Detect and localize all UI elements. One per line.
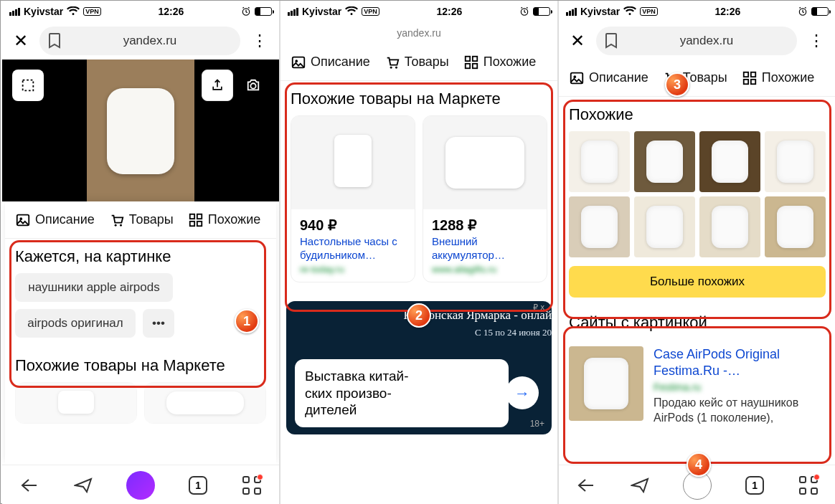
svg-rect-8 — [197, 214, 202, 218]
callout-2: 2 — [407, 303, 431, 328]
product-card[interactable] — [144, 382, 266, 424]
result-tabs: Описание Товары Похожие — [559, 60, 835, 97]
share-button[interactable] — [202, 70, 233, 101]
stage: Kyivstar VPN 12:26 ✕ yandex.ru ⋮ — [0, 0, 835, 504]
product-card[interactable]: 940 ₽ Настольные часы с будильником… re-… — [291, 115, 415, 282]
similar-image[interactable] — [569, 131, 630, 192]
mini-url-bar[interactable]: yandex.ru — [280, 22, 557, 44]
back-button[interactable] — [19, 475, 40, 496]
product-name: Настольные часы с будильником… — [291, 235, 415, 264]
tabs-count: 1 — [195, 480, 201, 491]
battery-icon — [533, 7, 550, 16]
tabs-button[interactable]: 1 — [744, 475, 765, 496]
product-image — [291, 116, 415, 209]
svg-point-22 — [573, 75, 576, 78]
tabs-button[interactable]: 1 — [187, 475, 209, 496]
battery-icon — [255, 7, 272, 16]
svg-rect-27 — [744, 79, 748, 83]
url-text: yandex.ru — [625, 34, 788, 48]
result-tabs: Описание Товары Похожие — [5, 201, 276, 239]
tab-similar[interactable]: Похожие — [463, 54, 536, 70]
tabs-count: 1 — [752, 480, 758, 491]
image-search-stage — [2, 60, 279, 201]
more-similar-button[interactable]: Больше похожих — [569, 266, 826, 298]
tab-similar[interactable]: Похожие — [742, 70, 814, 86]
close-button[interactable]: ✕ — [9, 31, 32, 51]
svg-point-6 — [120, 224, 122, 226]
tab-description[interactable]: Описание — [15, 212, 95, 228]
similar-image[interactable] — [699, 131, 760, 192]
tab-description-label: Описание — [311, 54, 370, 70]
url-bar[interactable]: yandex.ru — [596, 27, 797, 55]
back-button[interactable] — [575, 475, 597, 496]
tab-description[interactable]: Описание — [291, 54, 370, 70]
picture-icon — [569, 70, 585, 86]
ad-dates: С 15 по 24 июня 20 — [475, 327, 552, 338]
camera-button[interactable] — [237, 70, 269, 101]
more-guesses-button[interactable]: ••• — [143, 309, 174, 338]
send-button[interactable] — [629, 475, 651, 496]
services-button[interactable] — [798, 475, 819, 496]
browser-toolbar: ✕ yandex.ru ⋮ — [559, 22, 835, 60]
signal-icon — [566, 8, 577, 16]
site-source: Festima.ru — [654, 379, 826, 396]
bookmark-icon[interactable] — [605, 33, 618, 49]
sites-title: Сайты с картинкой — [559, 298, 835, 339]
phone-2: Kyivstar VPN 12:26 yandex.ru Описание То… — [280, 1, 557, 504]
similar-image[interactable] — [699, 196, 760, 257]
services-button[interactable] — [241, 475, 263, 496]
product-card[interactable] — [15, 382, 137, 424]
signal-icon — [9, 8, 20, 16]
picture-icon — [291, 54, 306, 70]
bookmark-icon[interactable] — [48, 33, 61, 49]
svg-rect-28 — [751, 79, 755, 83]
market-title: Похожие товары на Маркете — [5, 343, 276, 382]
product-card[interactable]: 1288 ₽ Внешний аккумулятор… www.allagift… — [423, 115, 547, 282]
url-text: yandex.ru — [68, 34, 232, 48]
tab-description[interactable]: Описание — [569, 70, 648, 86]
url-bar[interactable]: yandex.ru — [39, 27, 240, 55]
kebab-menu-icon[interactable]: ⋮ — [804, 32, 829, 50]
close-button[interactable]: ✕ — [566, 31, 589, 51]
cart-icon — [385, 54, 400, 70]
crop-button[interactable] — [12, 70, 44, 101]
tab-similar-label: Похожие — [762, 70, 814, 85]
tab-description-label: Описание — [35, 212, 95, 227]
ad-card[interactable]: Выставка китай- ских произво- дителей → — [295, 359, 509, 427]
site-result-item[interactable]: Case AirPods Original Festima.Ru -… Fest… — [559, 339, 835, 426]
callout-1: 1 — [235, 309, 259, 333]
wifi-icon — [345, 6, 358, 16]
tab-similar[interactable]: Похожие — [188, 212, 260, 228]
status-bar: Kyivstar VPN 12:26 — [2, 1, 279, 22]
similar-image[interactable] — [634, 131, 695, 192]
similar-image[interactable] — [765, 196, 826, 257]
site-link[interactable]: Case AirPods Original Festima.Ru -… — [654, 346, 826, 379]
guess-chip[interactable]: airpods оригинал — [15, 309, 136, 338]
carrier-label: Kyivstar — [24, 6, 63, 17]
similar-image[interactable] — [569, 196, 630, 257]
svg-rect-7 — [190, 214, 194, 218]
tab-goods-label: Товары — [683, 70, 727, 85]
tab-goods[interactable]: Товары — [109, 212, 174, 228]
results-sheet: Описание Товары Похожие Кажется, на карт… — [5, 201, 276, 465]
svg-point-15 — [395, 66, 397, 68]
uploaded-photo — [87, 60, 194, 201]
clock: 12:26 — [436, 6, 462, 17]
alice-button[interactable] — [126, 471, 155, 500]
svg-point-13 — [295, 60, 298, 62]
product-shop: re-today.ru — [291, 264, 415, 282]
tab-goods[interactable]: Товары — [385, 54, 449, 70]
svg-point-14 — [390, 66, 392, 68]
vpn-badge: VPN — [640, 7, 658, 16]
similar-image[interactable] — [765, 131, 826, 192]
svg-rect-25 — [744, 72, 748, 76]
site-description: Продаю кейс от наушников AirPods (1 поко… — [654, 396, 826, 426]
status-bar: Kyivstar VPN 12:26 — [280, 1, 557, 22]
guess-chip[interactable]: наушники apple airpods — [15, 273, 173, 302]
guess-title: Кажется, на картинке — [5, 239, 276, 273]
kebab-menu-icon[interactable]: ⋮ — [247, 32, 272, 50]
clock: 12:26 — [714, 6, 740, 17]
similar-image[interactable] — [634, 196, 695, 257]
svg-rect-1 — [23, 80, 34, 91]
send-button[interactable] — [72, 475, 94, 496]
